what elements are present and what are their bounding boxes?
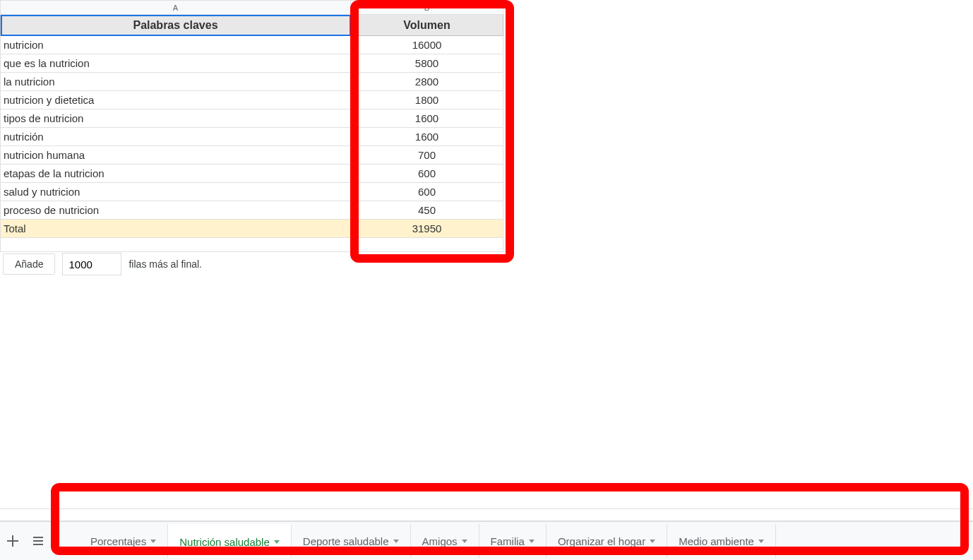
- cell-keyword[interactable]: proceso de nutricion: [1, 201, 351, 220]
- header-cell-keywords[interactable]: Palabras claves: [1, 15, 351, 36]
- table-row: la nutricion2800: [1, 73, 503, 91]
- chevron-down-icon: [274, 540, 280, 544]
- sheet-tab-label: Porcentajes: [90, 535, 146, 547]
- empty-cell[interactable]: [351, 238, 503, 252]
- sheet-tab-deporte-saludable[interactable]: Deporte saludable: [292, 524, 411, 558]
- empty-bottom-row: [0, 508, 973, 521]
- chevron-down-icon: [393, 540, 399, 543]
- chevron-down-icon: [462, 540, 467, 543]
- cell-keyword[interactable]: tipos de nutricion: [1, 109, 351, 128]
- table-row: nutricion y dietetica1800: [1, 91, 503, 109]
- sheet-tab-nutricion-saludable[interactable]: Nutrición saludable: [168, 524, 292, 558]
- sheet-tab-label: Nutrición saludable: [179, 536, 270, 548]
- sheet-tab-medio-ambiente[interactable]: Medio ambiente: [667, 524, 776, 558]
- empty-cell[interactable]: [1, 238, 351, 252]
- table-row: proceso de nutricion450: [1, 201, 503, 220]
- add-rows-button[interactable]: Añade: [3, 254, 55, 275]
- sheet-tab-label: Amigos: [422, 535, 458, 547]
- cell-keyword[interactable]: salud y nutricion: [1, 183, 351, 201]
- cell-volume[interactable]: 2800: [351, 73, 503, 91]
- column-header-B[interactable]: B: [351, 1, 503, 15]
- plus-icon: [6, 535, 19, 547]
- menu-icon: [32, 535, 44, 547]
- cell-volume[interactable]: 1600: [351, 128, 503, 146]
- table-row: que es la nutricion5800: [1, 54, 503, 73]
- cell-volume[interactable]: 5800: [351, 54, 503, 73]
- cell-keyword[interactable]: la nutricion: [1, 73, 351, 91]
- add-rows-count-input[interactable]: [62, 253, 121, 275]
- sheet-tab-strip: Porcentajes Nutrición saludable Deporte …: [0, 521, 973, 560]
- table-row: tipos de nutricion1600: [1, 109, 503, 128]
- sheet-tab-organizar-el-hogar[interactable]: Organizar el hogar: [547, 524, 667, 558]
- cell-volume[interactable]: 1600: [351, 109, 503, 128]
- cell-keyword[interactable]: que es la nutricion: [1, 54, 351, 73]
- sheet-tab-label: Familia: [491, 535, 525, 547]
- table-row: nutricion16000: [1, 36, 503, 54]
- empty-row: [1, 238, 503, 252]
- sheet-tab-label: Medio ambiente: [679, 535, 754, 547]
- sheet-tab-porcentajes[interactable]: Porcentajes: [79, 524, 168, 558]
- spreadsheet-area: A B Palabras claves Volumen nutricion160…: [0, 0, 973, 252]
- chevron-down-icon: [758, 540, 764, 543]
- sheet-tab-familia[interactable]: Familia: [479, 524, 547, 558]
- total-row: Total31950: [1, 220, 503, 238]
- cell-volume[interactable]: 16000: [351, 36, 503, 54]
- cell-keyword[interactable]: nutricion y dietetica: [1, 91, 351, 109]
- spreadsheet-grid[interactable]: A B Palabras claves Volumen nutricion160…: [0, 0, 503, 252]
- sheet-tab-amigos[interactable]: Amigos: [411, 524, 479, 558]
- add-rows-bar: Añade filas más al final.: [3, 253, 202, 275]
- table-row: nutrición1600: [1, 128, 503, 146]
- chevron-down-icon: [150, 540, 156, 543]
- column-header-A[interactable]: A: [1, 1, 351, 15]
- cell-volume[interactable]: 700: [351, 146, 503, 165]
- cell-volume[interactable]: 450: [351, 201, 503, 220]
- header-row: Palabras claves Volumen: [1, 15, 503, 36]
- cell-keyword[interactable]: nutricion: [1, 36, 351, 54]
- header-cell-volume[interactable]: Volumen: [351, 15, 503, 36]
- cell-keyword[interactable]: nutricion humana: [1, 146, 351, 165]
- cell-volume[interactable]: 600: [351, 183, 503, 201]
- cell-volume[interactable]: 1800: [351, 91, 503, 109]
- sheet-tab-label: Deporte saludable: [303, 535, 389, 547]
- add-sheet-button[interactable]: [0, 524, 25, 558]
- all-sheets-button[interactable]: [25, 524, 51, 558]
- column-letter-row: A B: [1, 1, 503, 15]
- cell-keyword[interactable]: etapas de la nutricion: [1, 165, 351, 183]
- table-row: nutricion humana700: [1, 146, 503, 165]
- cell-total-value[interactable]: 31950: [351, 220, 503, 238]
- cell-keyword[interactable]: nutrición: [1, 128, 351, 146]
- table-row: salud y nutricion600: [1, 183, 503, 201]
- table-row: etapas de la nutricion600: [1, 165, 503, 183]
- chevron-down-icon: [650, 540, 655, 543]
- cell-volume[interactable]: 600: [351, 165, 503, 183]
- add-rows-suffix-label: filas más al final.: [129, 258, 201, 270]
- cell-total-label[interactable]: Total: [1, 220, 351, 238]
- chevron-down-icon: [529, 540, 535, 543]
- sheet-tab-label: Organizar el hogar: [558, 535, 645, 547]
